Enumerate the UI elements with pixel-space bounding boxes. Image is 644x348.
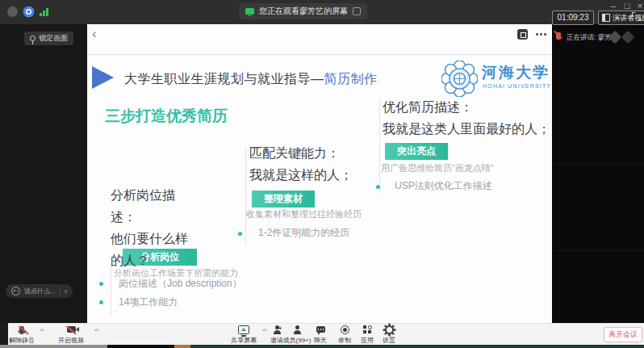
pin-icon: [30, 36, 36, 41]
slide-header-accent: 简历制作: [324, 72, 378, 86]
bullet-dot: [99, 282, 103, 286]
video-options-chevron[interactable]: ^: [94, 327, 99, 334]
minimize-button[interactable]: –: [608, 1, 619, 10]
chat-icon: [316, 326, 325, 333]
close-button[interactable]: ×: [634, 1, 644, 10]
step2-badge: 整理素材: [252, 191, 315, 208]
university-name-en: HOHAI UNIVERSITY: [483, 83, 551, 89]
bottom-strip-highlight: [174, 345, 190, 348]
participants-panel: 正在讲话: 廖芳艺: [552, 24, 644, 323]
step1-desc: 分析岗位工作场景下所需的能力: [114, 267, 238, 279]
divider: [60, 287, 61, 295]
university-name-cn: 河海大学: [482, 62, 550, 83]
start-video-button[interactable]: 开启视频: [53, 325, 89, 345]
bottom-strip: [107, 345, 174, 348]
mic-icon: [19, 326, 24, 333]
step3-heading: 优化简历描述： 我就是这类人里面最好的人；: [383, 96, 550, 140]
collapse-icon[interactable]: ‹: [65, 287, 67, 296]
left-panel: 锁定画面 说点什么... ‹: [0, 24, 87, 323]
step2-heading: 匹配关键能力： 我就是这样的人；: [249, 142, 353, 186]
layout-icon: [602, 14, 610, 22]
tile-separator: [552, 164, 644, 165]
record-icon: [341, 325, 349, 334]
fullscreen-icon[interactable]: [632, 12, 641, 21]
more-options-icon[interactable]: [536, 31, 549, 36]
bottom-strip: [190, 345, 644, 348]
step1-heading: 分析岗位描 述： 他们要什么样 的人？: [111, 184, 188, 271]
meeting-window: 您正在观看廖芳艺的屏幕 – □ × 锁定画面 说点什么... ‹ ‹ 大学生职业…: [0, 0, 644, 348]
popout-icon[interactable]: [353, 7, 361, 15]
step3-stem: [379, 99, 380, 194]
share-screen-icon: [238, 325, 249, 334]
emoji-icon[interactable]: [11, 287, 20, 296]
bullet-dot: [376, 185, 380, 189]
bullet-dot: [99, 300, 103, 304]
bottom-strip: [0, 345, 107, 348]
step2-desc: 收集素材和整理过往经验经历: [246, 208, 362, 220]
quick-chat-input[interactable]: 说点什么... ‹: [6, 284, 73, 298]
maximize-button[interactable]: □: [621, 1, 633, 10]
apps-icon: [363, 325, 372, 334]
step2-stem: [245, 148, 246, 245]
tile-separator: [552, 250, 644, 251]
share-screen-button[interactable]: 共享屏幕: [226, 325, 261, 345]
step3-badge: 突出亮点: [385, 143, 448, 160]
members-icon: [292, 325, 302, 334]
title-arrow-icon: [92, 66, 114, 89]
step1-stem: [111, 267, 111, 316]
info-icon[interactable]: [7, 6, 18, 17]
camera-icon: [67, 326, 76, 333]
hohai-university-seal-icon: [441, 61, 478, 97]
chat-placeholder: 说点什么...: [24, 287, 56, 296]
slide-header-title: 大学生职业生涯规划与就业指导—简历制作: [124, 71, 378, 88]
active-speaker-bar: 正在讲话: 廖芳艺: [552, 29, 644, 47]
watching-banner-label: 您正在观看廖芳艺的屏幕: [259, 6, 348, 17]
meeting-timer: 01:09:23: [552, 10, 594, 25]
shared-screen: ‹ 大学生职业生涯规划与就业指导—简历制作 河海大学 HOHAI UNIVERS…: [87, 24, 552, 323]
top-bar: 您正在观看廖芳艺的屏幕 – □ ×: [0, 0, 644, 24]
screen-share-icon: [245, 8, 254, 15]
step3-desc: 用广告思维给简历“画龙点睛”: [381, 162, 493, 174]
gear-icon: [385, 325, 394, 334]
pin-view-label: 锁定画面: [39, 33, 68, 44]
audio-options-chevron[interactable]: ^: [40, 327, 44, 334]
watching-banner[interactable]: 您正在观看廖芳艺的屏幕: [239, 3, 367, 19]
settings-button[interactable]: 设置: [371, 325, 407, 345]
step1-bullet: 14项工作能力: [119, 296, 178, 309]
watermark-icon: [621, 31, 635, 44]
bullet-dot: [238, 232, 242, 236]
leave-meeting-button[interactable]: 离开会议: [604, 327, 642, 342]
signal-icon[interactable]: [40, 8, 49, 16]
unmute-button[interactable]: 解除静音: [4, 325, 40, 345]
pin-view-button[interactable]: 锁定画面: [24, 31, 73, 45]
shield-icon[interactable]: [23, 6, 34, 17]
section-title: 三步打造优秀简历: [105, 106, 228, 127]
step2-bullet: 1-2件证明能力的经历: [258, 226, 349, 240]
slide-divider: [87, 54, 552, 55]
previous-slide-button[interactable]: ‹: [92, 26, 97, 42]
window-mode-icon[interactable]: [517, 29, 528, 40]
step3-bullet: USP法则优化工作描述: [395, 179, 492, 193]
